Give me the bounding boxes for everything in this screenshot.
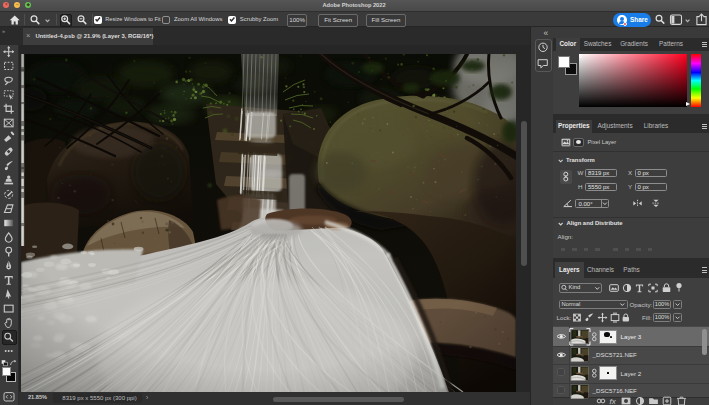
- svg-text:fx: fx: [610, 397, 617, 405]
